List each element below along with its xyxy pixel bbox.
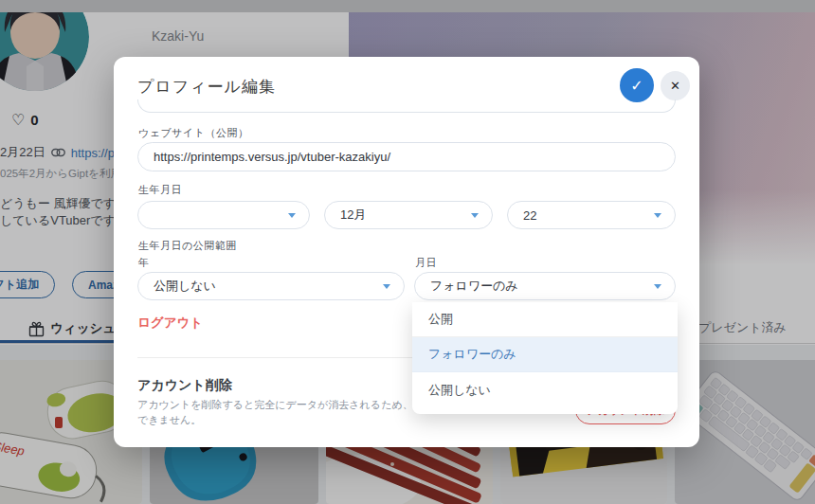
scrolled-input-remnant[interactable] <box>137 99 676 113</box>
close-button[interactable]: ✕ <box>661 71 690 100</box>
confirm-button[interactable]: ✓ <box>620 68 654 102</box>
account-delete-heading: アカウント削除 <box>137 377 232 394</box>
close-icon: ✕ <box>670 79 680 93</box>
dropdown-option-public[interactable]: 公開 <box>412 302 678 337</box>
modal-title: プロフィール編集 <box>137 76 276 98</box>
check-icon: ✓ <box>630 77 643 95</box>
website-input[interactable] <box>137 142 676 171</box>
visibility-year-value: 公開しない <box>154 278 216 295</box>
profile-edit-modal: プロフィール編集 ✓ ✕ ウェブサイト（公開） 生年月日 12月 22 生年月日… <box>114 57 699 447</box>
birth-month-select[interactable]: 12月 <box>324 201 493 229</box>
chevron-down-icon <box>654 284 661 289</box>
visibility-year-select[interactable]: 公開しない <box>137 272 405 300</box>
chevron-down-icon <box>471 213 479 218</box>
birth-month-value: 12月 <box>340 207 366 224</box>
logout-button[interactable]: ログアウト <box>137 315 203 332</box>
birth-day-value: 22 <box>523 208 536 223</box>
dropdown-option-followers-only[interactable]: フォロワーのみ <box>412 337 678 372</box>
birthdate-label: 生年月日 <box>138 183 182 197</box>
visibility-monthday-label: 月日 <box>415 256 437 270</box>
birth-year-select[interactable] <box>137 201 310 229</box>
website-label: ウェブサイト（公開） <box>138 126 249 140</box>
visibility-monthday-select[interactable]: フォロワーのみ <box>414 272 676 300</box>
account-delete-note-line2: できません。 <box>137 413 201 427</box>
dropdown-option-private[interactable]: 公開しない <box>412 372 678 407</box>
screen: 風輝優 Kzaki-Yu ♡0 2月22日 https://pr 025年2月か… <box>0 0 815 504</box>
visibility-year-label: 年 <box>138 256 150 270</box>
visibility-monthday-dropdown: 公開 フォロワーのみ 公開しない <box>412 302 678 414</box>
chevron-down-icon <box>288 213 296 218</box>
visibility-monthday-value: フォロワーのみ <box>430 278 518 295</box>
birth-day-select[interactable]: 22 <box>507 201 676 229</box>
visibility-section-label: 生年月日の公開範囲 <box>138 239 237 253</box>
chevron-down-icon <box>654 213 661 218</box>
chevron-down-icon <box>383 284 390 289</box>
